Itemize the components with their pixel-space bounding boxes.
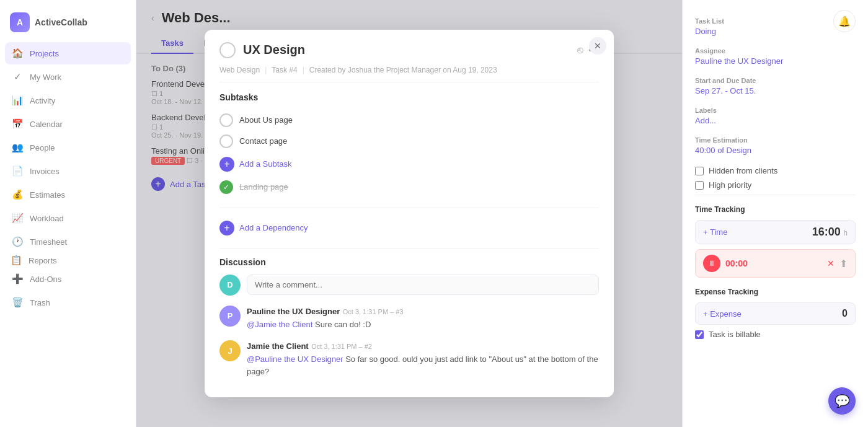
pause-button[interactable]: ⏸ bbox=[703, 255, 720, 272]
add-subtask-button[interactable]: + Add a Subtask bbox=[219, 152, 599, 177]
estimates-icon: 💰 bbox=[11, 188, 24, 201]
subtask-checkbox-done[interactable]: ✓ bbox=[219, 180, 233, 194]
comment-mention[interactable]: @Jamie the Client bbox=[247, 320, 312, 329]
logo-text: ActiveCollab bbox=[35, 17, 87, 27]
timer-close-button[interactable]: ✕ bbox=[827, 258, 835, 268]
chat-button[interactable]: 💬 bbox=[828, 387, 856, 415]
comment-avatar: P bbox=[219, 306, 241, 327]
breadcrumb-created: Created by Joshua the Project Manager on… bbox=[309, 66, 497, 74]
sidebar-item-activity[interactable]: 📊 Activity bbox=[5, 89, 131, 112]
dates-value[interactable]: Sep 27. - Oct 15. bbox=[695, 86, 856, 95]
breadcrumb-sep1: | bbox=[265, 66, 267, 74]
comment-author: Pauline the UX Designer bbox=[247, 307, 340, 316]
high-priority-row: High priority bbox=[695, 180, 856, 190]
hidden-from-clients-checkbox[interactable] bbox=[695, 167, 704, 175]
hidden-from-clients-label: Hidden from clients bbox=[709, 166, 777, 175]
task-list-field: Task List Doing bbox=[695, 17, 856, 36]
add-time-button[interactable]: + Time bbox=[703, 227, 727, 237]
billable-checkbox[interactable] bbox=[695, 330, 704, 339]
modal-title: UX Design bbox=[243, 43, 570, 57]
add-expense-button[interactable]: + Expense bbox=[703, 309, 742, 319]
breadcrumb-sep2: | bbox=[303, 66, 304, 74]
time-tracking-label: Time Tracking bbox=[695, 205, 856, 214]
edit-button[interactable]: ⎋ bbox=[577, 45, 583, 56]
modal-overlay[interactable]: ✕ UX Design ⎋ ••• Web Design | Task #4 |… bbox=[136, 0, 682, 427]
upload-button[interactable]: ⬆ bbox=[839, 258, 848, 270]
comment-body: Sure can do! :D bbox=[315, 320, 371, 329]
expense-value: 0 bbox=[842, 308, 848, 319]
current-user-avatar: D bbox=[219, 275, 241, 296]
projects-icon: 🏠 bbox=[11, 47, 24, 59]
timer-display: 00:00 bbox=[725, 258, 822, 268]
comment-meta: Oct 3, 1:31 PM – #3 bbox=[343, 308, 404, 315]
sidebar-item-label: Estimates bbox=[30, 190, 65, 200]
sidebar-item-my-work[interactable]: ✓ My Work bbox=[5, 66, 131, 88]
comment-author: Jamie the Client bbox=[247, 341, 309, 351]
time-logged: 16:00 h bbox=[812, 226, 848, 239]
modal-body: Subtasks About Us page Contact page + Ad… bbox=[205, 82, 614, 208]
reports-icon: 📋 bbox=[10, 254, 22, 266]
task-list-value[interactable]: Doing bbox=[695, 27, 856, 36]
billable-row: Task is billable bbox=[695, 330, 856, 339]
sidebar-item-trash[interactable]: 🗑️ Trash bbox=[5, 291, 131, 314]
assignee-value[interactable]: Pauline the UX Designer bbox=[695, 56, 856, 66]
subtask-item-done[interactable]: ✓ Landing page bbox=[219, 177, 599, 198]
subtask-checkbox[interactable] bbox=[219, 113, 233, 127]
comment-meta: Oct 3, 1:31 PM – #2 bbox=[311, 343, 372, 350]
expense-row: + Expense 0 bbox=[695, 302, 856, 325]
high-priority-checkbox[interactable] bbox=[695, 181, 704, 190]
time-logged-value: 16:00 bbox=[812, 226, 841, 238]
sidebar-item-label: Activity bbox=[30, 96, 55, 105]
comment-content: Jamie the Client Oct 3, 1:31 PM – #2 @Pa… bbox=[247, 340, 599, 377]
task-complete-checkbox[interactable] bbox=[219, 42, 236, 58]
sidebar-item-timesheet[interactable]: 🕐 Timesheet bbox=[5, 231, 131, 253]
sidebar-item-label: Calendar bbox=[30, 120, 63, 129]
time-unit: h bbox=[843, 229, 848, 237]
comment-avatar: J bbox=[219, 340, 241, 361]
sidebar-item-workload[interactable]: 📈 Workload bbox=[5, 207, 131, 229]
time-add-row: + Time 16:00 h bbox=[695, 220, 856, 244]
expense-section: Expense Tracking + Expense 0 Task is bil… bbox=[695, 288, 856, 339]
add-ons-icon: ➕ bbox=[11, 273, 24, 285]
sidebar-item-reports[interactable]: 📋 Reports bbox=[5, 254, 131, 266]
breadcrumb-project: Web Design bbox=[219, 66, 260, 74]
sidebar-item-add-ons[interactable]: ➕ Add-Ons bbox=[5, 268, 131, 290]
time-estimation-label: Time Estimation bbox=[695, 136, 856, 144]
sidebar-item-estimates[interactable]: 💰 Estimates bbox=[5, 183, 131, 206]
sidebar-item-projects[interactable]: 🏠 Projects bbox=[5, 42, 131, 64]
sidebar-item-calendar[interactable]: 📅 Calendar bbox=[5, 113, 131, 135]
sidebar-item-label: Reports bbox=[29, 256, 57, 265]
sidebar-nav: 🏠 Projects ✓ My Work 📊 Activity 📅 Calend… bbox=[0, 42, 136, 314]
subtask-item[interactable]: About Us page bbox=[219, 110, 599, 131]
comment-input[interactable] bbox=[247, 275, 599, 295]
add-dependency-icon: + bbox=[219, 221, 234, 236]
time-tracking-section: Time Tracking + Time 16:00 h ⏸ 00:00 ✕ ⬆ bbox=[695, 205, 856, 278]
subtask-label: About Us page bbox=[239, 115, 293, 125]
sidebar-item-label: Add-Ons bbox=[30, 275, 61, 284]
chat-icon: 💬 bbox=[835, 394, 850, 408]
workload-icon: 📈 bbox=[11, 212, 24, 224]
subtask-label: Contact page bbox=[239, 136, 287, 146]
assignee-label: Assignee bbox=[695, 47, 856, 55]
sidebar-item-label: Trash bbox=[30, 298, 50, 307]
labels-label: Labels bbox=[695, 107, 856, 114]
labels-value[interactable]: Add... bbox=[695, 116, 856, 125]
subtask-checkbox[interactable] bbox=[219, 134, 233, 148]
sidebar-item-label: Invoices bbox=[30, 167, 60, 176]
sidebar-item-invoices[interactable]: 📄 Invoices bbox=[5, 160, 131, 182]
subtask-item[interactable]: Contact page bbox=[219, 131, 599, 152]
comment-content: Pauline the UX Designer Oct 3, 1:31 PM –… bbox=[247, 306, 599, 331]
comment-text: @Pauline the UX Designer So far so good.… bbox=[247, 353, 599, 377]
time-estimation-value[interactable]: 40:00 of Design bbox=[695, 146, 856, 155]
discussion-title: Discussion bbox=[219, 257, 599, 267]
close-button[interactable]: ✕ bbox=[589, 37, 606, 55]
comment-item: P Pauline the UX Designer Oct 3, 1:31 PM… bbox=[219, 306, 599, 331]
add-subtask-icon: + bbox=[219, 157, 234, 172]
sidebar-item-label: My Work bbox=[30, 73, 61, 82]
add-dependency-button[interactable]: + Add a Dependency bbox=[219, 216, 599, 240]
notification-button[interactable]: 🔔 bbox=[833, 10, 856, 32]
dates-label: Start and Due Date bbox=[695, 77, 856, 84]
comment-mention[interactable]: @Pauline the UX Designer bbox=[247, 354, 343, 364]
sidebar-item-people[interactable]: 👥 People bbox=[5, 136, 131, 159]
trash-icon: 🗑️ bbox=[11, 296, 24, 309]
